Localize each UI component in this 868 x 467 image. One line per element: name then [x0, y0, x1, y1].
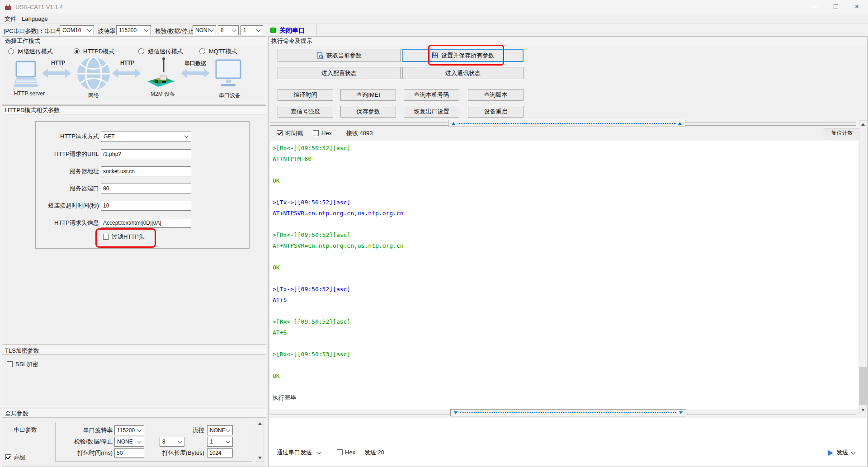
advanced-checkbox[interactable]: [5, 454, 11, 460]
global-databits-select[interactable]: 8: [160, 437, 184, 447]
enter-config-label: 进入配置状态: [321, 69, 357, 77]
field-label-method: HTTP请求方式: [4, 132, 99, 142]
diagram-link-serial-data: 串口数据: [184, 60, 206, 67]
query-number-button[interactable]: 查询本机号码: [404, 89, 459, 101]
close-port-button[interactable]: 关闭串口: [279, 27, 305, 35]
server-port-input[interactable]: [101, 184, 191, 193]
minimize-button[interactable]: [804, 0, 825, 14]
scroll-down-icon[interactable]: [861, 409, 865, 411]
packlen-input[interactable]: [207, 448, 233, 458]
field-label-server-addr: 服务器地址: [4, 166, 99, 176]
chevron-down-icon: [226, 439, 231, 443]
log-line: [273, 360, 857, 371]
splitter-dotted-line: [460, 412, 676, 413]
ssl-checkbox[interactable]: [7, 361, 13, 367]
splitter-arrow-icon: [678, 122, 682, 125]
scroll-down-icon[interactable]: [258, 457, 262, 459]
radio-net-transparent-mode[interactable]: [8, 48, 14, 54]
scroll-up-icon[interactable]: [258, 422, 262, 425]
chevron-down-icon: [232, 28, 236, 32]
query-version-button[interactable]: 查询版本: [468, 89, 524, 101]
log-scrollbar-thumb[interactable]: [859, 367, 867, 405]
http-method-value: GET: [104, 133, 115, 140]
send-via-dropdown[interactable]: 通过串口发送: [277, 448, 312, 458]
packtime-label: 打包时间(ms): [58, 448, 113, 458]
reset-count-label: 复位计数: [831, 129, 853, 137]
global-stopbits-select[interactable]: 1: [207, 437, 233, 447]
enter-comm-button[interactable]: 进入通讯状态: [402, 67, 524, 79]
filter-http-checkbox[interactable]: [103, 234, 109, 240]
log-line: [273, 306, 857, 316]
signal-strength-button[interactable]: 查信号强度: [278, 106, 333, 118]
hex-display-checkbox[interactable]: [313, 130, 319, 136]
port-status-icon: [270, 28, 276, 33]
compile-time-button[interactable]: 编译时间: [278, 89, 333, 101]
global-scrollbar-track[interactable]: [256, 420, 264, 462]
splitter-arrow-icon: [452, 122, 455, 125]
log-line: [273, 219, 857, 230]
server-addr-input[interactable]: [101, 166, 191, 176]
global-baud-value: 115200: [117, 427, 135, 434]
send-button[interactable]: 发送: [836, 448, 848, 458]
radio-sms-mode[interactable]: [138, 48, 144, 54]
http-method-select[interactable]: GET: [101, 132, 191, 142]
packtime-input[interactable]: [114, 448, 144, 458]
log-line: [273, 165, 857, 175]
reset-count-button[interactable]: 复位计数: [824, 128, 860, 138]
log-line: [273, 251, 857, 262]
device-restart-button[interactable]: 设备重启: [468, 106, 524, 118]
http-header-input[interactable]: [101, 218, 191, 228]
app-window: USR-CAT1 V1.1.4 × 文件 Language [PC串口参数]：串…: [0, 0, 868, 467]
menu-bar: 文件 Language: [0, 14, 868, 24]
parity-select[interactable]: NONI: [193, 25, 216, 35]
baud-rate-select[interactable]: 115200: [116, 25, 151, 35]
maximize-button[interactable]: [825, 0, 846, 14]
field-label-header-info: HTTP请求头信息: [4, 218, 99, 228]
log-line: [273, 338, 857, 349]
chevron-down-icon: [87, 28, 92, 32]
filter-http-label: 过滤HTTP头: [112, 232, 145, 242]
radio-mqtt-label: MQTT模式: [209, 47, 237, 57]
menu-item-language[interactable]: Language: [19, 15, 50, 23]
serial-toolbar: [PC串口参数]：串口号 COM10 波特率 115200 检验/数据/停止 N…: [0, 24, 868, 36]
chevron-down-icon: [137, 428, 142, 432]
global-parity-select[interactable]: NONE: [114, 437, 144, 447]
menu-item-file[interactable]: 文件: [2, 15, 19, 23]
databits-select[interactable]: 8: [218, 25, 239, 35]
log-line: AT+NTPSVR=cn.ntp.org.cn,us.ntp.org.cn: [273, 241, 857, 251]
send-hex-checkbox[interactable]: [337, 449, 343, 455]
stopbits-select[interactable]: 1: [241, 25, 263, 35]
log-line: AT+S: [273, 327, 857, 338]
log-area[interactable]: >[Rx<-][09:50:52][asc] AT+NTPTM=60 OK >[…: [270, 141, 859, 410]
radio-mqtt-mode[interactable]: [199, 48, 205, 54]
factory-reset-button[interactable]: 恢复出厂设置: [404, 106, 459, 118]
com-port-select[interactable]: COM10: [60, 25, 94, 35]
save-params-label: 保存参数: [357, 108, 380, 116]
log-line: >[Rx<-][09:50:53][asc]: [273, 349, 857, 360]
close-button[interactable]: ×: [846, 0, 868, 14]
scroll-up-icon[interactable]: [861, 123, 865, 126]
log-line: [273, 273, 857, 284]
splitter-dotted-line: [458, 123, 676, 124]
flow-control-value: NONE: [210, 427, 226, 434]
save-params-button[interactable]: 保存参数: [340, 106, 396, 118]
flow-control-label: 流控: [176, 425, 204, 435]
diagram-link-http-2: HTTP: [120, 60, 134, 66]
sent-count-label: 发送:20: [364, 448, 384, 458]
http-url-input[interactable]: [101, 149, 191, 159]
toolbar-separator: [316, 24, 317, 36]
log-line: [273, 186, 857, 197]
field-label-url: HTTP请求的URL: [4, 149, 99, 159]
enter-config-button[interactable]: 进入配置状态: [278, 67, 401, 79]
global-baud-select[interactable]: 115200: [114, 425, 144, 435]
laptop-icon: [13, 60, 39, 90]
timestamp-checkbox[interactable]: [277, 130, 283, 136]
flow-control-select[interactable]: NONE: [207, 425, 233, 435]
timeout-input[interactable]: [101, 201, 191, 211]
radio-httpd-mode[interactable]: [74, 48, 80, 54]
get-params-button[interactable]: 获取当前参数: [278, 49, 401, 62]
set-save-button[interactable]: 设置并保存所有参数: [402, 49, 524, 62]
query-imei-button[interactable]: 查询IMEI: [340, 89, 396, 101]
global-pds-label: 检验/数据/停止: [58, 437, 113, 447]
send-area: [269, 418, 867, 467]
